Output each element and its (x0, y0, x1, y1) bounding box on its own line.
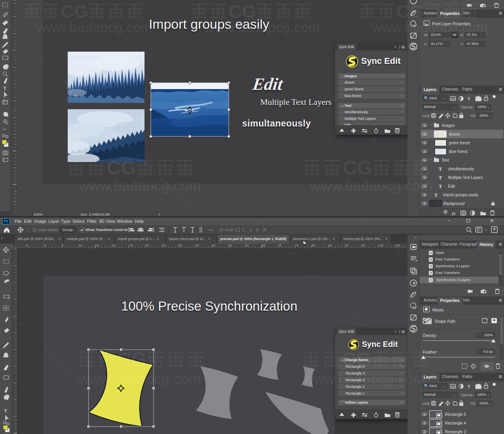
svg-text:T: T (3, 85, 7, 91)
svg-text:T: T (467, 384, 471, 389)
svg-text:⋯: ⋯ (3, 127, 7, 131)
svg-text:fx: fx (452, 211, 456, 216)
svg-text:∼: ∼ (484, 228, 487, 232)
svg-text:T: T (467, 96, 471, 101)
